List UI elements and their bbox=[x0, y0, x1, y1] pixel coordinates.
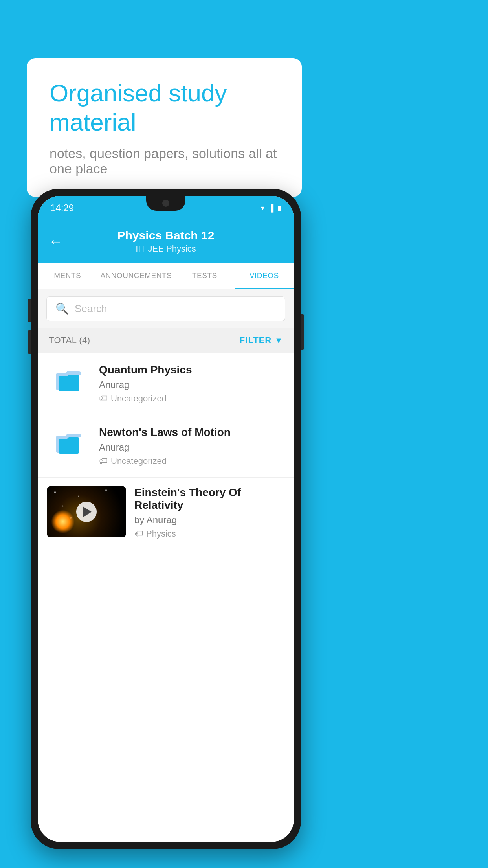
svg-rect-3 bbox=[59, 439, 79, 454]
tag-icon: 🏷 bbox=[99, 456, 108, 466]
status-icons: ▾ ▐ ▮ bbox=[261, 204, 281, 212]
video-author: Anurag bbox=[99, 379, 284, 390]
back-button[interactable]: ← bbox=[49, 233, 63, 250]
svg-point-8 bbox=[62, 506, 64, 507]
play-button[interactable] bbox=[76, 502, 97, 522]
header-title-group: Physics Batch 12 IIT JEE Physics bbox=[117, 229, 215, 254]
video-author: by Anurag bbox=[134, 515, 284, 526]
tabs-bar: MENTS ANNOUNCEMENTS TESTS VIDEOS bbox=[38, 263, 294, 289]
header-title: Physics Batch 12 bbox=[117, 229, 215, 242]
tab-announcements[interactable]: ANNOUNCEMENTS bbox=[97, 263, 175, 289]
list-item[interactable]: Quantum Physics Anurag 🏷 Uncategorized bbox=[38, 353, 294, 415]
video-tag: 🏷 Uncategorized bbox=[99, 456, 284, 466]
video-title: Newton's Laws of Motion bbox=[99, 426, 284, 439]
wifi-icon: ▾ bbox=[261, 204, 264, 212]
filter-bar: TOTAL (4) FILTER ▼ bbox=[38, 328, 294, 353]
phone-container: 14:29 ▾ ▐ ▮ ← Physics Batch 12 IIT JEE P… bbox=[31, 189, 301, 849]
list-item[interactable]: Einstein's Theory Of Relativity by Anura… bbox=[38, 478, 294, 548]
total-count: TOTAL (4) bbox=[49, 335, 90, 346]
app-header: ← Physics Batch 12 IIT JEE Physics bbox=[38, 220, 294, 263]
svg-point-5 bbox=[78, 496, 79, 497]
tab-videos[interactable]: VIDEOS bbox=[235, 263, 294, 289]
status-bar: 14:29 ▾ ▐ ▮ bbox=[38, 196, 294, 220]
video-title: Quantum Physics bbox=[99, 364, 284, 376]
tab-ments[interactable]: MENTS bbox=[38, 263, 97, 289]
folder-icon bbox=[55, 366, 83, 393]
tab-tests[interactable]: TESTS bbox=[175, 263, 234, 289]
play-icon bbox=[83, 506, 92, 517]
speech-bubble-title: Organised study material bbox=[50, 79, 279, 137]
video-tag: 🏷 Physics bbox=[134, 529, 284, 539]
status-time: 14:29 bbox=[50, 202, 74, 213]
volume-down-button[interactable] bbox=[28, 330, 31, 354]
signal-icon: ▐ bbox=[268, 204, 273, 212]
svg-point-4 bbox=[54, 491, 56, 493]
phone-screen: 14:29 ▾ ▐ ▮ ← Physics Batch 12 IIT JEE P… bbox=[38, 196, 294, 842]
list-item[interactable]: Newton's Laws of Motion Anurag 🏷 Uncateg… bbox=[38, 415, 294, 478]
folder-icon bbox=[55, 428, 83, 455]
phone-outer: 14:29 ▾ ▐ ▮ ← Physics Batch 12 IIT JEE P… bbox=[31, 189, 301, 849]
planet-glow bbox=[51, 510, 75, 533]
battery-icon: ▮ bbox=[277, 204, 281, 212]
search-bar[interactable]: 🔍 Search bbox=[46, 296, 285, 321]
video-info: Einstein's Theory Of Relativity by Anura… bbox=[134, 486, 284, 539]
svg-rect-1 bbox=[59, 376, 79, 391]
filter-label: FILTER bbox=[240, 335, 272, 346]
filter-icon: ▼ bbox=[275, 336, 283, 345]
svg-point-7 bbox=[114, 502, 114, 502]
folder-icon-container bbox=[47, 364, 90, 395]
folder-icon-container bbox=[47, 426, 90, 458]
search-input[interactable]: Search bbox=[75, 303, 107, 315]
search-bar-container: 🔍 Search bbox=[38, 289, 294, 328]
header-subtitle: IIT JEE Physics bbox=[117, 244, 215, 254]
speech-bubble: Organised study material notes, question… bbox=[27, 58, 302, 197]
video-info: Quantum Physics Anurag 🏷 Uncategorized bbox=[99, 364, 284, 404]
video-tag: 🏷 Uncategorized bbox=[99, 394, 284, 404]
search-icon: 🔍 bbox=[55, 302, 69, 315]
front-camera bbox=[162, 200, 169, 207]
video-list: Quantum Physics Anurag 🏷 Uncategorized bbox=[38, 353, 294, 548]
svg-point-6 bbox=[105, 489, 107, 491]
tag-icon: 🏷 bbox=[99, 394, 108, 404]
tag-icon: 🏷 bbox=[134, 529, 143, 539]
speech-bubble-container: Organised study material notes, question… bbox=[27, 58, 302, 197]
filter-button[interactable]: FILTER ▼ bbox=[240, 335, 283, 346]
video-author: Anurag bbox=[99, 442, 284, 453]
video-thumbnail bbox=[47, 486, 126, 537]
notch bbox=[146, 196, 185, 211]
speech-bubble-subtitle: notes, question papers, solutions all at… bbox=[50, 146, 279, 177]
volume-up-button[interactable] bbox=[28, 299, 31, 322]
video-info: Newton's Laws of Motion Anurag 🏷 Uncateg… bbox=[99, 426, 284, 466]
power-button[interactable] bbox=[301, 314, 304, 350]
video-title: Einstein's Theory Of Relativity bbox=[134, 486, 284, 511]
